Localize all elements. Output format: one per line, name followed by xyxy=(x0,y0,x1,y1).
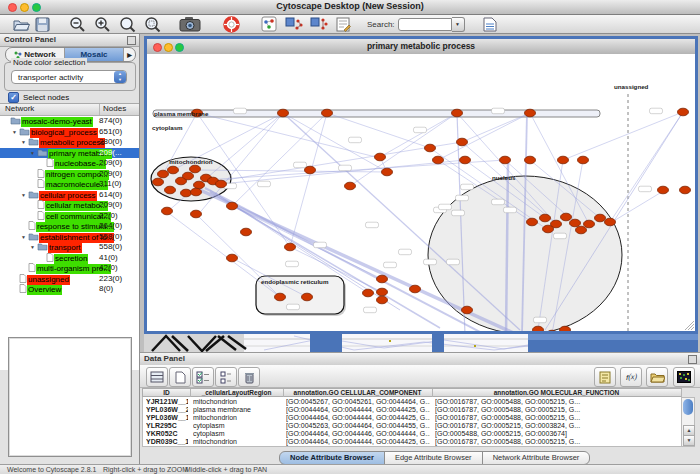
tab-network-attribute-browser[interactable]: Network Attribute Browser xyxy=(482,451,591,465)
network-edge[interactable] xyxy=(206,160,505,180)
table-column-header[interactable]: annotation.GO MOLECULAR_FUNCTION xyxy=(432,389,682,397)
network-window-titlebar[interactable]: primary metabolic process xyxy=(147,39,695,55)
tree-row[interactable]: nitrogen compo...209(0) xyxy=(0,169,139,180)
tree-row[interactable]: secretion41(0) xyxy=(0,253,139,264)
tree-row[interactable]: macromolecule...311(0) xyxy=(0,179,139,190)
table-vertical-scrollbar[interactable]: ▲ ▼ xyxy=(681,397,695,447)
zoom-fit-icon[interactable] xyxy=(118,16,137,33)
expand-twisty-icon[interactable]: ▼ xyxy=(12,127,19,137)
network-node[interactable] xyxy=(165,186,176,194)
tree-row[interactable]: unassigned223(0) xyxy=(0,274,139,285)
network-node[interactable] xyxy=(285,243,296,251)
table-row[interactable]: YPL036W__2plasma membrane[GO:0044464, GO… xyxy=(143,406,681,414)
network-node[interactable] xyxy=(241,228,252,236)
network-edge[interactable] xyxy=(221,160,465,184)
network-node[interactable] xyxy=(305,166,316,174)
network-node[interactable] xyxy=(462,306,473,314)
open-folder-icon[interactable] xyxy=(12,16,31,33)
network-edge[interactable] xyxy=(290,113,327,247)
network-node[interactable] xyxy=(191,188,202,196)
tree-row[interactable]: Overview8(0) xyxy=(0,284,139,295)
select-attributes-icon[interactable] xyxy=(192,367,214,387)
expand-twisty-icon[interactable]: ▼ xyxy=(21,190,28,200)
expand-twisty-icon[interactable]: ▼ xyxy=(30,148,37,158)
tab-edge-attribute-browser[interactable]: Edge Attribute Browser xyxy=(384,451,483,465)
network-edge[interactable] xyxy=(438,113,530,160)
network-node[interactable] xyxy=(191,210,202,218)
net-zoom-button[interactable] xyxy=(175,43,184,52)
network-node[interactable] xyxy=(153,178,164,186)
network-node[interactable] xyxy=(183,172,194,180)
network-node[interactable] xyxy=(500,156,511,164)
network-node[interactable] xyxy=(533,326,544,331)
tree-row[interactable]: ▼biological_process651(0) xyxy=(0,127,139,138)
table-row[interactable]: YDR039C__1mitochondrion[GO:0044464, GO:0… xyxy=(143,438,681,446)
network-node[interactable] xyxy=(322,109,333,117)
network-node[interactable] xyxy=(181,189,192,197)
network-node[interactable] xyxy=(377,296,388,304)
network-node[interactable] xyxy=(558,156,569,164)
network-edge[interactable] xyxy=(563,112,683,160)
network-node[interactable] xyxy=(560,326,571,331)
unselect-attributes-icon[interactable] xyxy=(215,367,237,387)
network-node[interactable] xyxy=(158,170,169,178)
network-edge[interactable] xyxy=(350,113,457,186)
expand-twisty-icon[interactable]: ▼ xyxy=(30,242,37,252)
network-node[interactable] xyxy=(302,293,313,301)
scroll-down-button[interactable]: ▼ xyxy=(683,435,695,446)
network-node[interactable] xyxy=(543,225,554,233)
node-color-dropdown[interactable]: transporter activity ▲▼ xyxy=(11,70,127,84)
network-node[interactable] xyxy=(162,207,173,215)
snapshot-icon[interactable] xyxy=(178,16,202,33)
network-node[interactable] xyxy=(216,180,227,188)
network-edge[interactable] xyxy=(612,190,665,222)
tree-row[interactable]: ▼primary metabo...209(... xyxy=(0,148,139,159)
network-node[interactable] xyxy=(410,285,421,293)
network-node[interactable] xyxy=(658,186,669,194)
network-edge[interactable] xyxy=(232,113,327,206)
network-node[interactable] xyxy=(584,220,595,228)
network-node[interactable] xyxy=(363,289,374,297)
network-node[interactable] xyxy=(460,156,471,164)
network-node[interactable] xyxy=(527,218,538,226)
network-node[interactable] xyxy=(525,156,536,164)
tab-overflow-arrow[interactable]: ▶ xyxy=(124,48,135,61)
network-node[interactable] xyxy=(570,219,581,227)
attribute-table[interactable]: YJR121W__1mitochondrion[GO:0045267, GO:0… xyxy=(142,397,682,447)
tree-row[interactable]: response to stimulu...264(0) xyxy=(0,221,139,232)
network-node[interactable] xyxy=(425,144,436,152)
network-node[interactable] xyxy=(525,109,536,117)
search-dropdown-button[interactable]: ▼ xyxy=(452,17,465,32)
network-node[interactable] xyxy=(227,202,238,210)
net-close-button[interactable] xyxy=(153,43,162,52)
delete-attribute-trash-icon[interactable] xyxy=(238,367,260,387)
expand-twisty-icon[interactable]: ▼ xyxy=(21,232,28,242)
network-node[interactable] xyxy=(605,218,616,226)
network-node[interactable] xyxy=(576,226,587,234)
network-node[interactable] xyxy=(595,214,606,222)
tree-row[interactable]: ▼transport558(0) xyxy=(0,242,139,253)
tree-row[interactable]: ▼cellular process614(0) xyxy=(0,190,139,201)
table-row[interactable]: YLR295Ccytoplasm[GO:0045263, GO:0044464,… xyxy=(143,422,681,430)
tree-row[interactable]: mosaic-demo-yeast874(0) xyxy=(0,116,139,127)
tree-row[interactable]: cell communicat...22(0) xyxy=(0,211,139,222)
help-ring-icon[interactable] xyxy=(222,16,241,33)
background-windows-strip[interactable] xyxy=(144,334,698,352)
network-node[interactable] xyxy=(278,109,289,117)
function-builder-icon[interactable]: f⒳ xyxy=(620,367,642,387)
scrollbar-thumb[interactable] xyxy=(683,399,693,415)
table-column-header[interactable]: ID xyxy=(143,389,191,397)
network-node[interactable] xyxy=(680,186,691,194)
search-input[interactable] xyxy=(398,18,452,31)
attribute-table-header[interactable]: ID_cellularLayoutRegionannotation.GO CEL… xyxy=(142,388,682,397)
network-node[interactable] xyxy=(377,288,388,296)
float-panel-icon[interactable] xyxy=(127,36,136,45)
network-node[interactable] xyxy=(678,108,689,116)
matrix-view-icon[interactable] xyxy=(673,367,695,387)
table-row[interactable]: YKR052Ccytoplasm[GO:0044464, GO:0044446,… xyxy=(143,430,681,438)
zoom-in-icon[interactable] xyxy=(93,16,112,33)
table-row[interactable]: YJR121W__1mitochondrion[GO:0045267, GO:0… xyxy=(143,398,681,406)
annotation-form-icon[interactable] xyxy=(334,16,353,33)
network-node[interactable] xyxy=(457,138,468,146)
layout-a-icon[interactable] xyxy=(284,16,303,33)
